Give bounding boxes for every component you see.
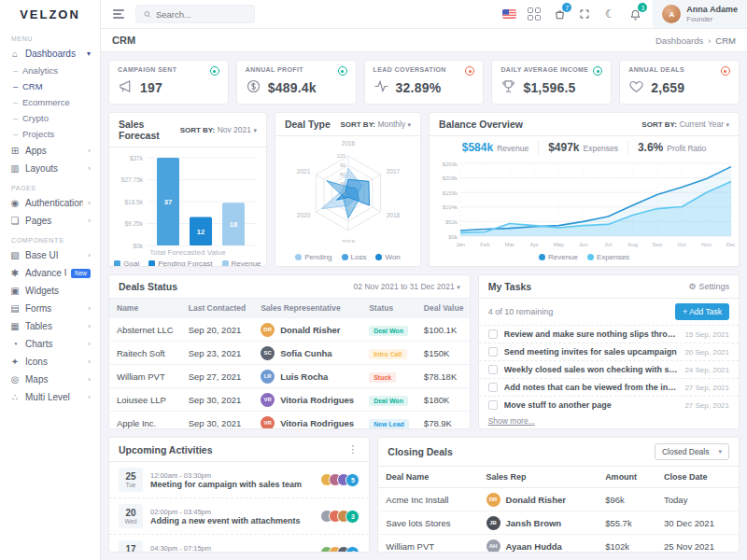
status-cell: New Lead: [361, 412, 416, 430]
my-tasks-title: My Tasks: [488, 281, 532, 292]
sidebar-subitem-crm[interactable]: CRM: [0, 78, 100, 94]
svg-text:90: 90: [339, 162, 345, 168]
legend-item-revenue[interactable]: Revenue: [539, 253, 578, 261]
sidebar-item-widgets[interactable]: ▣Widgets: [0, 282, 100, 300]
sidebar-subitem-crypto[interactable]: Crypto: [0, 110, 100, 126]
status-badge: Deal Won: [369, 326, 408, 336]
legend-item-loss[interactable]: Loss: [342, 253, 367, 261]
kebab-menu-icon[interactable]: ⋮: [345, 443, 359, 455]
last-contacted-cell: Sep 20, 2021: [181, 318, 253, 342]
avatar: JB: [486, 516, 500, 530]
dark-mode-moon-icon[interactable]: ☾: [602, 7, 617, 21]
rep-name: Luis Rocha: [280, 371, 328, 382]
balance-overview-sort-dropdown[interactable]: SORT BY: Current Year ▾: [641, 119, 729, 129]
legend-item-expenses[interactable]: Expenses: [587, 253, 629, 261]
cart-icon[interactable]: 7: [552, 7, 567, 21]
stat-card-lead-coversation: LEAD COVERSATION32.89%: [364, 60, 485, 105]
bottom-row: Upcoming Activities ⋮ 25Tue12:00am - 03:…: [108, 437, 740, 553]
tasks-remaining: 4 of 10 remaining: [488, 307, 554, 316]
notifications-bell-icon[interactable]: 3: [627, 7, 642, 21]
sidebar-item-maps[interactable]: ◎Maps›: [0, 371, 100, 388]
deal-name-cell: Raitech Soft: [109, 342, 181, 365]
search-box[interactable]: [135, 5, 255, 23]
hamburger-menu-icon[interactable]: [110, 7, 127, 21]
deal-value-cell: $100.1K: [416, 318, 471, 342]
sidebar-item-icons[interactable]: ✦Icons›: [0, 353, 100, 371]
task-row: Review and make sure nothing slips throu…: [479, 325, 739, 343]
sidebar-subitem-analytics[interactable]: Analytics: [0, 63, 100, 78]
legend-item-goal[interactable]: Goal: [114, 259, 139, 267]
sidebar-item-label: Dashboards: [25, 49, 82, 59]
svg-text:37: 37: [164, 198, 172, 206]
show-more-link[interactable]: Show more...: [479, 413, 739, 429]
apps-icon: ⊞: [9, 146, 21, 156]
charts-row: Sales Forecast SORT BY: Nov 2021 ▾ $0k$9…: [108, 112, 740, 267]
sidebar-item-forms[interactable]: ▤Forms›: [0, 300, 100, 317]
sidebar-item-tables[interactable]: ▦Tables›: [0, 317, 100, 335]
gear-icon: ⚙: [688, 282, 696, 291]
task-checkbox[interactable]: [488, 383, 498, 392]
expenses-kpi-value: $497k: [548, 141, 579, 154]
sidebar-subitem-ecommerce[interactable]: Ecommerce: [0, 94, 100, 110]
balance-kpis: $584kRevenue $497kExpenses 3.6%Profit Ra…: [430, 136, 739, 156]
task-checkbox[interactable]: [488, 365, 498, 374]
legend-item-pending-forcast[interactable]: Pending Forcast: [148, 259, 212, 267]
avatar: DR: [486, 493, 500, 507]
last-contacted-cell: Sep 27, 2021: [181, 365, 253, 388]
chevron-right-icon: ›: [88, 251, 91, 259]
deal-type-legend: PendingLossWon: [275, 250, 420, 266]
task-text: Review and make sure nothing slips throu…: [504, 329, 679, 339]
svg-text:2021: 2021: [296, 168, 310, 175]
sidebar-item-layouts[interactable]: ▥Layouts›: [0, 160, 100, 177]
task-date: 20 Sep, 2021: [684, 348, 729, 357]
deal-type-sort-dropdown[interactable]: SORT BY: Monthly ▾: [340, 119, 411, 129]
chevron-right-icon: ›: [88, 357, 91, 366]
sidebar-item-pages[interactable]: ❏Pages›: [0, 212, 100, 230]
column-header-sales-representative: Sales Representative: [253, 299, 361, 318]
content-area: CAMPAIGN SENT197ANNUAL PROFIT$489.4kLEAD…: [101, 52, 747, 560]
avatar: AH: [486, 539, 500, 553]
task-checkbox[interactable]: [488, 400, 498, 410]
task-row: Move stuff to another page27 Sep, 2021: [479, 396, 739, 413]
fullscreen-icon[interactable]: [577, 7, 592, 21]
breadcrumb-parent[interactable]: Dashboards: [655, 35, 703, 46]
sales-rep-cell: LRLuis Rocha: [253, 365, 361, 388]
activity-time: 04:30pm - 07:15pm: [150, 544, 317, 553]
tasks-settings-button[interactable]: ⚙ Settings: [688, 282, 729, 291]
sidebar-item-authentication[interactable]: ◉Authentication›: [0, 194, 100, 212]
task-row: Add notes that can be viewed from the in…: [479, 378, 739, 396]
sales-forecast-sort-dropdown[interactable]: SORT BY: Nov 2021 ▾: [180, 125, 257, 134]
sidebar-item-base-ui[interactable]: ▧Base UI›: [0, 246, 100, 264]
sales-rep-cell: SCSofia Cunha: [253, 342, 361, 365]
sidebar-item-charts[interactable]: ◔Charts›: [0, 335, 100, 353]
svg-text:Mar: Mar: [504, 242, 514, 247]
deals-status-date-range[interactable]: 02 Nov 2021 to 31 Dec 2021 ▾: [354, 282, 460, 291]
radar-chart-svg: 0306090120201620172018201920202021: [278, 140, 418, 243]
topbar-actions: 7 ☾ 3 A Anna Adame Founder: [501, 0, 747, 28]
add-task-button[interactable]: + Add Task: [675, 303, 729, 320]
legend-item-pending[interactable]: Pending: [295, 253, 331, 261]
user-menu[interactable]: A Anna Adame Founder: [653, 0, 747, 28]
apps-grid-icon[interactable]: [527, 7, 542, 21]
search-input[interactable]: [156, 9, 247, 20]
forms-icon: ▤: [9, 303, 21, 314]
velzon-logo[interactable]: VELZON: [0, 0, 100, 28]
legend-item-won[interactable]: Won: [375, 253, 400, 261]
task-checkbox[interactable]: [488, 329, 498, 339]
sidebar-item-label: Pages: [25, 216, 83, 226]
search-icon: [144, 10, 151, 19]
sidebar-item-apps[interactable]: ⊞Apps›: [0, 142, 100, 160]
sidebar-subitem-projects[interactable]: Projects: [0, 126, 100, 142]
svg-text:Oct: Oct: [677, 242, 686, 247]
sidebar-item-dashboards[interactable]: ⌂Dashboards▾: [0, 45, 100, 63]
sales-rep-cell: AHAyaan Hudda: [479, 535, 599, 553]
task-checkbox[interactable]: [488, 347, 498, 357]
svg-text:Jul: Jul: [604, 242, 612, 247]
language-flag-icon[interactable]: [501, 7, 516, 21]
closed-deals-select[interactable]: Closed Deals▾: [655, 443, 729, 460]
page-title-bar: CRM Dashboards › CRM: [101, 28, 747, 52]
svg-text:$208k: $208k: [442, 175, 458, 181]
legend-item-revenue[interactable]: Revenue: [222, 259, 261, 267]
sidebar-item-advance-ui[interactable]: ✱Advance UINew: [0, 264, 100, 282]
sidebar-item-multi-level[interactable]: ∴Multi Level›: [0, 388, 100, 406]
